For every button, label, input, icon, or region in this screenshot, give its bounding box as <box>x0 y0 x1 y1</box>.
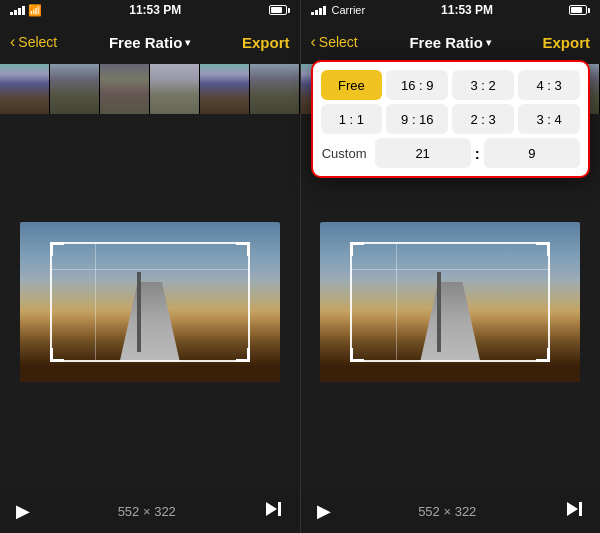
left-main-content <box>0 114 300 489</box>
left-play-button[interactable]: ▶ <box>16 500 30 522</box>
left-back-label: Select <box>18 34 57 50</box>
left-export-button[interactable]: Export <box>242 34 290 51</box>
left-back-button[interactable]: ‹ Select <box>10 33 57 51</box>
film-frame <box>200 64 250 114</box>
right-back-button[interactable]: ‹ Select <box>311 33 358 51</box>
svg-marker-0 <box>266 502 277 516</box>
signal-bars-icon <box>311 6 326 15</box>
right-carrier: Carrier <box>311 4 366 16</box>
svg-marker-2 <box>567 502 578 516</box>
left-time: 11:53 PM <box>129 3 181 17</box>
ratio-btn-16-9[interactable]: 16 : 9 <box>386 70 448 100</box>
right-status-bar: Carrier 11:53 PM <box>301 0 601 20</box>
right-play-button[interactable]: ▶ <box>317 500 331 522</box>
crop-overlay[interactable] <box>320 222 580 382</box>
left-nav-title[interactable]: Free Ratio ▾ <box>109 34 190 51</box>
right-battery <box>569 5 590 15</box>
chevron-down-icon: ▾ <box>185 37 190 48</box>
ratio-btn-3-4[interactable]: 3 : 4 <box>518 104 580 134</box>
ratio-btn-4-3[interactable]: 4 : 3 <box>518 70 580 100</box>
left-nav-bar: ‹ Select Free Ratio ▾ Export <box>0 20 300 64</box>
crop-overlay[interactable] <box>20 222 280 382</box>
ratio-custom-row: Custom 21 : 9 <box>321 138 581 168</box>
right-skip-end-button[interactable] <box>564 499 584 523</box>
crop-handle-bottom-right[interactable] <box>536 348 550 362</box>
crop-handle-top-right[interactable] <box>236 242 250 256</box>
ratio-btn-3-2[interactable]: 3 : 2 <box>452 70 514 100</box>
film-frame <box>100 64 150 114</box>
crop-handle-bottom-left[interactable] <box>350 348 364 362</box>
ratio-popup: Free 16 : 9 3 : 2 4 : 3 1 : 1 9 : 16 2 :… <box>311 60 591 178</box>
custom-width-input[interactable]: 21 <box>375 138 471 168</box>
right-dimensions: 552 × 322 <box>418 504 476 519</box>
left-status-bar: 📶 11:53 PM <box>0 0 300 20</box>
svg-rect-1 <box>278 502 281 516</box>
left-panel: 📶 11:53 PM ‹ Select Free Ratio ▾ Export <box>0 0 300 533</box>
chevron-down-icon: ▾ <box>486 37 491 48</box>
ratio-btn-9-16[interactable]: 9 : 16 <box>386 104 448 134</box>
svg-rect-3 <box>579 502 582 516</box>
right-nav-title[interactable]: Free Ratio ▾ <box>409 34 490 51</box>
film-frame <box>250 64 300 114</box>
right-bottom-bar: ▶ 552 × 322 <box>301 489 601 533</box>
right-back-label: Select <box>319 34 358 50</box>
right-nav-bar: ‹ Select Free Ratio ▾ Export <box>301 20 601 64</box>
left-bottom-bar: ▶ 552 × 322 <box>0 489 300 533</box>
custom-label: Custom <box>321 146 371 161</box>
chevron-left-icon: ‹ <box>311 33 316 51</box>
wifi-icon: 📶 <box>28 4 42 17</box>
left-film-strip <box>0 64 300 114</box>
skip-to-end-icon <box>564 499 584 519</box>
chevron-left-icon: ‹ <box>10 33 15 51</box>
crop-box[interactable] <box>350 242 550 362</box>
film-frame <box>50 64 100 114</box>
skip-to-end-icon <box>263 499 283 519</box>
right-time: 11:53 PM <box>441 3 493 17</box>
carrier-label: Carrier <box>332 4 366 16</box>
ratio-btn-free[interactable]: Free <box>321 70 383 100</box>
ratio-row-1: Free 16 : 9 3 : 2 4 : 3 <box>321 70 581 100</box>
film-frame <box>0 64 50 114</box>
left-signal: 📶 <box>10 4 42 17</box>
battery-icon <box>269 5 290 15</box>
custom-separator: : <box>475 145 480 162</box>
left-battery <box>269 5 290 15</box>
signal-bars-icon <box>10 6 25 15</box>
custom-height-input[interactable]: 9 <box>484 138 580 168</box>
left-skip-end-button[interactable] <box>263 499 283 523</box>
ratio-row-2: 1 : 1 9 : 16 2 : 3 3 : 4 <box>321 104 581 134</box>
crop-handle-top-right[interactable] <box>536 242 550 256</box>
crop-handle-bottom-right[interactable] <box>236 348 250 362</box>
ratio-btn-1-1[interactable]: 1 : 1 <box>321 104 383 134</box>
crop-handle-top-left[interactable] <box>50 242 64 256</box>
right-video-frame <box>320 222 580 382</box>
film-frame <box>150 64 200 114</box>
battery-icon <box>569 5 590 15</box>
right-export-button[interactable]: Export <box>542 34 590 51</box>
left-dimensions: 552 × 322 <box>118 504 176 519</box>
crop-box[interactable] <box>50 242 250 362</box>
left-video-frame <box>20 222 280 382</box>
crop-handle-top-left[interactable] <box>350 242 364 256</box>
ratio-btn-2-3[interactable]: 2 : 3 <box>452 104 514 134</box>
crop-handle-bottom-left[interactable] <box>50 348 64 362</box>
right-panel: Carrier 11:53 PM ‹ Select Free Ratio ▾ E… <box>301 0 601 533</box>
